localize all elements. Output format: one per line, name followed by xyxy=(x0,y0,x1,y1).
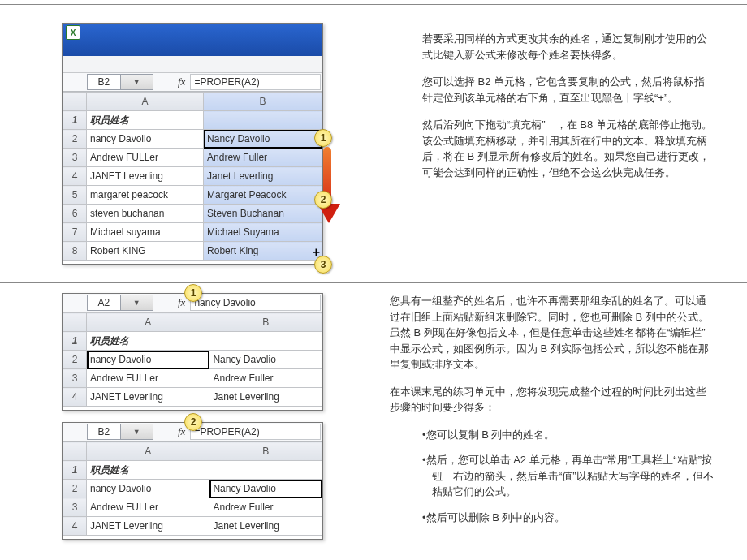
paragraph: 然后沿列向下拖动“填充柄” ，在 B8 单元格的底部停止拖动。该公式随填充柄移动… xyxy=(422,117,715,180)
cell[interactable]: margaret peacock xyxy=(87,186,204,205)
row-num[interactable]: 7 xyxy=(63,223,87,242)
callout-2: 2 xyxy=(184,413,202,431)
name-box-value: B2 xyxy=(88,75,120,89)
cell[interactable]: JANET Leverling xyxy=(87,517,209,536)
window-titlebar: X xyxy=(63,24,322,56)
cell[interactable]: Andrew FULLer xyxy=(87,369,209,388)
spreadsheet-grid[interactable]: A B 1 职员姓名 2 nancy Davolio Nancy Davolio… xyxy=(63,92,322,261)
cell[interactable]: Andrew Fuller xyxy=(209,369,322,388)
col-header-b[interactable]: B xyxy=(209,442,322,461)
row-num[interactable]: 3 xyxy=(63,369,87,388)
spreadsheet-grid[interactable]: A B 1 职员姓名 2 nancy Davolio Nancy Davolio… xyxy=(63,442,322,536)
active-cell[interactable]: Nancy Davolio xyxy=(204,130,322,149)
paragraph: 您可以选择 B2 单元格，它包含要复制的公式，然后将鼠标指针定位到该单元格的右下… xyxy=(422,74,715,106)
row-num[interactable]: 4 xyxy=(63,167,87,186)
fx-label: fx xyxy=(178,75,185,88)
formula-input[interactable]: nancy Davolio xyxy=(190,295,321,311)
callout-1: 1 xyxy=(184,284,202,302)
figure-1: X B2 ▼ fx =PROPER(A2) A B 1 职员姓名 xyxy=(62,23,323,265)
cell[interactable]: 职员姓名 xyxy=(87,332,209,351)
cell[interactable]: nancy Davolio xyxy=(87,480,209,498)
corner-cell[interactable] xyxy=(63,442,87,461)
cell[interactable]: Andrew Fuller xyxy=(209,498,322,517)
paragraph: 若要采用同样的方式更改其余的姓名，通过复制刚才使用的公式比键入新公式来修改每个姓… xyxy=(422,31,715,62)
row-num[interactable]: 6 xyxy=(63,205,87,223)
callout-1: 1 xyxy=(314,129,332,147)
figure-2: A2 ▼ fx nancy Davolio A B 1 职员姓名 2 xyxy=(62,293,323,411)
cell[interactable]: 职员姓名 xyxy=(87,111,204,130)
cell[interactable]: Michael suyama xyxy=(87,223,204,242)
name-box[interactable]: B2 ▼ xyxy=(87,74,153,90)
cell[interactable]: Robert KING xyxy=(87,242,204,261)
excel-app-icon: X xyxy=(66,25,80,40)
cell[interactable]: Janet Leverling xyxy=(209,517,322,536)
cell[interactable]: steven buchanan xyxy=(87,205,204,223)
callout-2: 2 xyxy=(314,191,332,209)
cell[interactable]: Robert King xyxy=(204,242,322,261)
name-box-value: B2 xyxy=(88,424,120,439)
row-num[interactable]: 2 xyxy=(63,130,87,149)
row-num[interactable]: 8 xyxy=(63,242,87,261)
name-box-value: A2 xyxy=(88,295,120,310)
cell[interactable]: JANET Leverling xyxy=(87,388,209,407)
name-box-dropdown-icon[interactable]: ▼ xyxy=(120,295,153,310)
cell[interactable]: Steven Buchanan xyxy=(204,205,322,223)
row-num[interactable]: 1 xyxy=(63,332,87,351)
col-header-a[interactable]: A xyxy=(87,442,209,461)
formula-input[interactable]: =PROPER(A2) xyxy=(190,424,321,440)
paragraph: 您具有一组整齐的姓名后，也许不再需要那组杂乱的姓名了。可以通过在旧组上面粘贴新组… xyxy=(390,293,715,373)
row-num[interactable]: 1 xyxy=(63,461,87,480)
callout-3: 3 xyxy=(314,256,332,274)
col-header-b[interactable]: B xyxy=(204,93,322,111)
cell[interactable]: 职员姓名 xyxy=(87,461,209,480)
bullet: •然后，您可以单击 A2 单元格，再单击“常用”工具栏上“粘贴”按钮 右边的箭头… xyxy=(422,452,715,500)
col-header-a[interactable]: A xyxy=(87,313,209,332)
row-num[interactable]: 3 xyxy=(63,498,87,517)
row-num[interactable]: 4 xyxy=(63,517,87,536)
figure-3: B2 ▼ fx =PROPER(A2) A B 1 职员姓名 2 xyxy=(62,422,323,540)
col-header-a[interactable]: A xyxy=(87,93,204,111)
col-header-b[interactable]: B xyxy=(209,313,322,332)
cell[interactable] xyxy=(204,111,322,130)
formula-bar: B2 ▼ fx =PROPER(A2) xyxy=(63,73,322,92)
row-num[interactable]: 3 xyxy=(63,149,87,167)
cell[interactable]: Andrew FULLer xyxy=(87,498,209,517)
paragraph: 在本课末尾的练习单元中，您将发现完成整个过程的时间比列出这些步骤的时间要少得多： xyxy=(390,384,715,416)
cell[interactable]: Nancy Davolio xyxy=(209,351,322,369)
text-block-2: 您具有一组整齐的姓名后，也许不再需要那组杂乱的姓名了。可以通过在旧组上面粘贴新组… xyxy=(333,283,747,543)
text-block-1: 若要采用同样的方式更改其余的姓名，通过复制刚才使用的公式比键入新公式来修改每个姓… xyxy=(333,6,747,200)
row-num[interactable]: 4 xyxy=(63,388,87,407)
cell[interactable]: Janet Leverling xyxy=(209,388,322,407)
row-num[interactable]: 2 xyxy=(63,351,87,369)
cell[interactable]: JANET Leverling xyxy=(87,167,204,186)
active-cell[interactable]: nancy Davolio xyxy=(87,351,209,369)
active-cell[interactable]: Nancy Davolio xyxy=(209,480,322,498)
row-num[interactable]: 5 xyxy=(63,186,87,205)
cell[interactable] xyxy=(209,332,322,351)
cell[interactable]: Michael Suyama xyxy=(204,223,322,242)
cell[interactable] xyxy=(209,461,322,480)
spreadsheet-grid[interactable]: A B 1 职员姓名 2 nancy Davolio Nancy Davolio… xyxy=(63,312,322,407)
cell[interactable]: Andrew Fuller xyxy=(204,149,322,167)
row-num[interactable]: 2 xyxy=(63,480,87,498)
name-box[interactable]: B2 ▼ xyxy=(87,424,153,440)
bullet: •然后可以删除 B 列中的内容。 xyxy=(422,510,715,526)
fx-label: fx xyxy=(178,296,185,309)
cell[interactable]: Janet Leverling xyxy=(204,167,322,186)
bullet: •您可以复制 B 列中的姓名。 xyxy=(422,427,715,443)
drag-arrow-icon xyxy=(317,147,337,223)
toolbar-blank xyxy=(63,56,322,73)
corner-cell[interactable] xyxy=(63,313,87,332)
name-box-dropdown-icon[interactable]: ▼ xyxy=(120,424,153,439)
fx-label: fx xyxy=(178,425,185,438)
cell[interactable]: nancy Davolio xyxy=(87,130,204,149)
name-box-dropdown-icon[interactable]: ▼ xyxy=(120,75,153,89)
formula-input[interactable]: =PROPER(A2) xyxy=(190,74,321,90)
row-num[interactable]: 1 xyxy=(63,111,87,130)
cell[interactable]: Margaret Peacock xyxy=(204,186,322,205)
name-box[interactable]: A2 ▼ xyxy=(87,295,153,311)
cell[interactable]: Andrew FULLer xyxy=(87,149,204,167)
corner-cell[interactable] xyxy=(63,93,87,111)
